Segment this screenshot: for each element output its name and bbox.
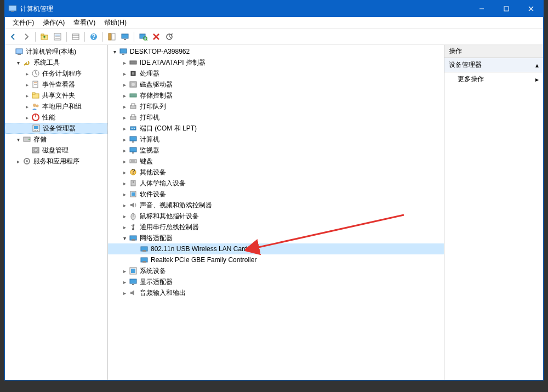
expander-open-icon[interactable]: ▾ [15,136,21,143]
device-item-12[interactable]: ▸人体学输入设备 [108,178,444,189]
expander-closed-icon[interactable]: ▸ [15,158,21,164]
expander-closed-icon[interactable]: ▸ [121,125,128,132]
device-item-10[interactable]: ▸键盘 [108,156,444,167]
nic-icon [140,245,149,253]
system-icon [129,266,138,275]
expander-closed-icon[interactable]: ▸ [24,70,30,77]
expander-closed-icon[interactable]: ▸ [121,180,128,186]
list-button[interactable] [70,31,82,43]
svg-rect-19 [122,34,128,38]
forward-button[interactable] [20,31,32,43]
device-item-15[interactable]: ▸鼠标和其他指针设备 [108,211,444,221]
nav-item-8[interactable]: ▾存储 [5,134,107,145]
expander-closed-icon[interactable]: ▸ [24,81,30,88]
refresh-button[interactable] [163,31,175,43]
device-item-1[interactable]: ▸IDE ATA/ATAPI 控制器 [108,57,444,68]
nav-item-0[interactable]: 计算机管理(本地) [5,46,107,57]
expander-closed-icon[interactable]: ▸ [121,103,128,110]
device-item-19[interactable]: Realtek PCIe GBE Family Controller [108,254,444,265]
device-item-11[interactable]: ▸?其他设备 [108,167,444,178]
svg-rect-34 [32,93,35,94]
device-item-2[interactable]: ▸处理器 [108,68,444,79]
scan-button[interactable] [137,31,149,43]
device-item-20[interactable]: ▸系统设备 [108,265,444,276]
expander-closed-icon[interactable]: ▸ [24,114,30,121]
device-item-9[interactable]: ▸监视器 [108,145,444,156]
close-button[interactable] [518,1,543,17]
properties-button[interactable] [52,31,64,43]
menu-help[interactable]: 帮助(H) [100,17,131,29]
nav-item-6[interactable]: ▸性能 [5,112,107,123]
svg-rect-76 [132,192,135,196]
menu-file[interactable]: 文件(F) [8,17,38,29]
svg-point-74 [133,181,134,183]
print-queue-icon [129,102,138,111]
actions-section-title[interactable]: 设备管理器 ▴ [444,58,543,72]
device-item-4[interactable]: ▸存储控制器 [108,90,444,101]
help-button[interactable]: ? [88,31,100,43]
expander-open-icon[interactable]: ▾ [121,235,128,241]
chevron-right-icon: ▸ [535,76,539,83]
nav-item-5[interactable]: ▸本地用户和组 [5,101,107,112]
expander-closed-icon[interactable]: ▸ [121,147,128,154]
monitor-button[interactable] [119,31,131,43]
device-item-7[interactable]: ▸端口 (COM 和 LPT) [108,123,444,134]
nav-item-10[interactable]: ▸服务和应用程序 [5,156,107,167]
nav-item-2[interactable]: ▸任务计划程序 [5,68,107,79]
expander-closed-icon[interactable]: ▸ [121,70,128,77]
event-icon [31,80,40,89]
menu-view[interactable]: 查看(V) [69,17,100,29]
device-item-13[interactable]: ▸软件设备 [108,189,444,200]
up-button[interactable] [38,31,50,43]
expander-closed-icon[interactable]: ▸ [121,202,128,208]
expander-closed-icon[interactable]: ▸ [121,169,128,175]
expander-closed-icon[interactable]: ▸ [121,158,128,164]
hid-icon [129,179,138,188]
minimize-button[interactable] [469,1,494,17]
expander-closed-icon[interactable]: ▸ [121,213,128,219]
network-icon [129,234,138,242]
device-item-18[interactable]: 802.11n USB Wireless LAN Card [108,243,444,254]
nav-item-4[interactable]: ▸共享文件夹 [5,90,107,101]
expander-closed-icon[interactable]: ▸ [121,136,128,143]
device-item-6[interactable]: ▸打印机 [108,112,444,123]
more-actions-item[interactable]: 更多操作 ▸ [444,72,543,86]
expander-closed-icon[interactable]: ▸ [121,59,128,66]
expander-closed-icon[interactable]: ▸ [121,224,128,230]
expander-closed-icon[interactable]: ▸ [121,279,128,285]
expander-closed-icon[interactable]: ▸ [121,81,128,88]
nav-item-7[interactable]: 设备管理器 [5,123,107,134]
expander-closed-icon[interactable]: ▸ [121,92,128,99]
content-area: 计算机管理(本地)▾系统工具▸任务计划程序▸事件查看器▸共享文件夹▸本地用户和组… [5,44,543,380]
maximize-button[interactable] [494,1,518,17]
svg-rect-64 [130,137,136,141]
device-item-3[interactable]: ▸磁盘驱动器 [108,79,444,90]
device-item-8[interactable]: ▸计算机 [108,134,444,145]
delete-button[interactable] [150,31,162,43]
ide-icon [129,58,138,67]
expander-closed-icon[interactable]: ▸ [121,289,128,296]
menu-action[interactable]: 操作(A) [38,17,69,29]
expander-closed-icon[interactable]: ▸ [121,268,128,274]
device-item-16[interactable]: ▸通用串行总线控制器 [108,221,444,232]
device-item-0[interactable]: ▾DESKTOP-A398962 [108,46,444,57]
expander-closed-icon[interactable]: ▸ [121,114,128,121]
expander-closed-icon[interactable]: ▸ [121,191,128,197]
nav-label: 服务和应用程序 [33,157,79,166]
device-item-17[interactable]: ▾网络适配器 [108,232,444,243]
device-item-22[interactable]: ▸音频输入和输出 [108,287,444,298]
expander-closed-icon[interactable]: ▸ [24,92,30,99]
nav-label: 设备管理器 [43,124,76,133]
nav-item-3[interactable]: ▸事件查看器 [5,79,107,90]
show-hide-button[interactable] [106,31,118,43]
device-item-21[interactable]: ▸显示适配器 [108,276,444,287]
nav-item-1[interactable]: ▾系统工具 [5,57,107,68]
nav-item-9[interactable]: 磁盘管理 [5,145,107,156]
device-item-5[interactable]: ▸打印队列 [108,101,444,112]
expander-closed-icon[interactable]: ▸ [24,103,30,110]
expander-open-icon[interactable]: ▾ [15,59,21,66]
device-item-14[interactable]: ▸声音、视频和游戏控制器 [108,200,444,211]
expander-open-icon[interactable]: ▾ [111,48,118,55]
usb-icon [129,223,138,231]
back-button[interactable] [7,31,19,43]
